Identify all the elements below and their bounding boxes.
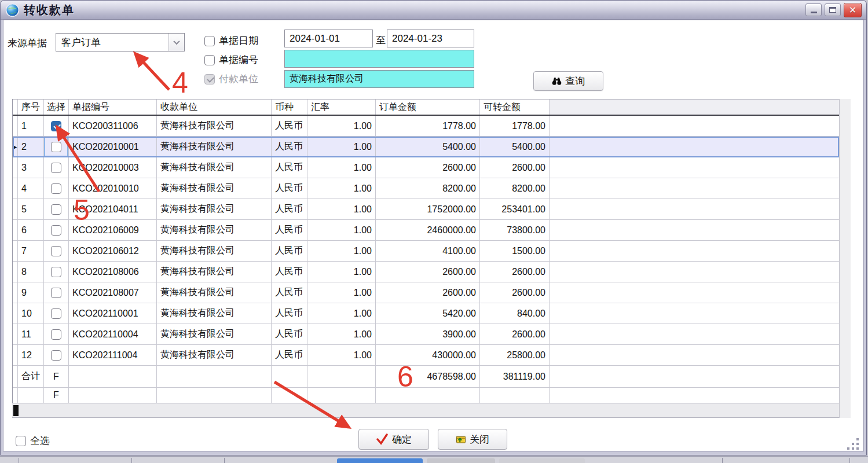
cell-transferable: 8200.00 [480, 178, 550, 199]
exit-folder-icon [456, 435, 466, 444]
cell-unit: 黄海科技有限公司 [157, 220, 272, 240]
table-row[interactable]: 4KCO202010010黄海科技有限公司人民币1.008200.008200.… [13, 178, 839, 199]
payer-checkbox[interactable] [204, 74, 215, 84]
cell-currency: 人民币 [272, 282, 307, 303]
cell-doc-no: KCO202110001 [69, 303, 157, 324]
minimize-button[interactable] [805, 3, 822, 16]
taskbar-strip [0, 456, 868, 463]
row-checkbox[interactable] [51, 267, 61, 277]
cell-rate: 1.00 [307, 282, 376, 303]
column-header[interactable]: 单据编号 [69, 100, 157, 115]
cell-doc-no: KCO202010003 [69, 157, 157, 178]
column-header[interactable]: 币种 [272, 100, 307, 115]
taskbar-divider [224, 458, 225, 463]
cell-filler [550, 137, 839, 157]
taskbar-divider [19, 458, 19, 463]
cell-select [44, 157, 69, 178]
horizontal-scrollbar[interactable] [12, 403, 839, 418]
row-indicator: ▶ [13, 137, 18, 157]
cell-rate: 1.00 [307, 157, 376, 178]
source-doc-value: 客户订单 [56, 36, 169, 49]
taskbar-divider [722, 458, 723, 463]
cell-doc-no: KCO202108007 [69, 282, 157, 303]
date-range-separator: 至 [376, 34, 386, 47]
row-checkbox[interactable] [51, 350, 61, 361]
cell-doc-no: KCO200311006 [69, 116, 157, 136]
close-icon: ✕ [849, 5, 856, 16]
row-checkbox[interactable] [51, 246, 61, 256]
cell-doc-no: KCO202108006 [69, 262, 157, 282]
taskbar-item-active[interactable] [337, 458, 423, 463]
table-row[interactable]: 8KCO202108006黄海科技有限公司人民币1.002600.002600.… [13, 262, 839, 282]
payer-input[interactable] [284, 70, 474, 88]
column-header[interactable]: 序号 [18, 100, 44, 115]
overflow-select-flag: F [44, 388, 69, 403]
resize-grip[interactable] [856, 438, 859, 440]
row-checkbox[interactable] [51, 308, 61, 319]
cell-currency: 人民币 [272, 345, 307, 365]
taskbar-item[interactable] [499, 458, 585, 463]
source-doc-dropdown[interactable]: 客户订单 [56, 33, 185, 52]
cell-order-amount [376, 388, 480, 403]
maximize-button[interactable] [825, 3, 841, 16]
column-header[interactable]: 订单金额 [376, 100, 480, 115]
column-header[interactable]: 汇率 [307, 100, 376, 115]
column-header[interactable]: 可转金额 [480, 100, 550, 115]
row-checkbox[interactable] [51, 163, 61, 173]
dialog-window: 转收款单 ✕ 来源单据 客户订单 单据日期 单据编号 付款单位 至 [0, 0, 867, 455]
table-row[interactable]: 11KCO202110004黄海科技有限公司人民币1.003900.002600… [13, 324, 839, 345]
cell-unit: 黄海科技有限公司 [157, 345, 272, 365]
cell-select [44, 241, 69, 261]
total-order-amount: 4678598.00 [376, 366, 480, 387]
chevron-down-icon [173, 38, 180, 45]
minimize-icon [811, 12, 817, 13]
table-row[interactable]: ▶2KCO202010001黄海科技有限公司人民币1.005400.005400… [13, 137, 839, 157]
close-button[interactable]: ✕ [844, 3, 862, 17]
doc-no-input[interactable] [284, 50, 474, 68]
ok-button[interactable]: 确定 [358, 429, 429, 450]
date-to-input[interactable] [387, 30, 474, 47]
cell-currency: 人民币 [272, 262, 307, 282]
cell-select [44, 282, 69, 303]
cell-transferable: 840.00 [480, 303, 550, 324]
doc-date-checkbox[interactable] [204, 36, 215, 46]
table-row[interactable]: 7KCO202106012黄海科技有限公司人民币1.004100.001500.… [13, 241, 839, 262]
row-checkbox[interactable] [51, 121, 61, 131]
row-checkbox[interactable] [51, 288, 61, 298]
table-row[interactable]: 12KCO202111004黄海科技有限公司人民币1.00430000.0025… [13, 345, 839, 366]
table-row[interactable]: 3KCO202010003黄海科技有限公司人民币1.002600.002600.… [13, 157, 839, 178]
table-row[interactable]: 5KCO202104011黄海科技有限公司人民币1.001752000.0025… [13, 199, 839, 220]
doc-no-checkbox[interactable] [204, 55, 215, 65]
cell-rate: 1.00 [307, 241, 376, 261]
table-row[interactable]: 1KCO200311006黄海科技有限公司人民币1.001778.001778.… [13, 116, 839, 137]
date-from-input[interactable] [284, 30, 373, 47]
row-checkbox[interactable] [51, 225, 61, 236]
taskbar-item[interactable] [427, 458, 495, 463]
row-checkbox[interactable] [51, 183, 61, 194]
query-button[interactable]: 查询 [533, 71, 603, 91]
cell-currency: 人民币 [272, 324, 307, 344]
table-row[interactable]: 6KCO202106009黄海科技有限公司人民币1.002460000.0073… [13, 220, 839, 241]
cell-unit: 黄海科技有限公司 [157, 241, 272, 261]
cell-order-amount: 2460000.00 [376, 220, 480, 240]
vertical-scrollbar[interactable] [839, 99, 851, 418]
horizontal-scrollbar-thumb[interactable] [13, 405, 19, 416]
cell-transferable: 73800.00 [480, 220, 550, 240]
table-row[interactable]: 10KCO202110001黄海科技有限公司人民币1.005420.00840.… [13, 303, 839, 324]
source-doc-label: 来源单据 [8, 36, 47, 50]
dialog-close-button[interactable]: 关闭 [438, 429, 507, 450]
row-checkbox[interactable] [51, 204, 61, 215]
cell-seq: 10 [18, 303, 44, 324]
column-header[interactable]: 选择 [44, 100, 69, 115]
column-header[interactable]: 收款单位 [157, 100, 272, 115]
row-checkbox[interactable] [51, 329, 61, 340]
table-row[interactable]: 9KCO202108007黄海科技有限公司人民币1.002600.002600.… [13, 282, 839, 303]
cell-seq: 3 [18, 157, 44, 178]
cell-unit: 黄海科技有限公司 [157, 324, 272, 344]
cell-rate: 1.00 [307, 324, 376, 344]
row-checkbox[interactable] [51, 142, 61, 152]
filter-doc-date: 单据日期 [204, 34, 258, 47]
cell-select [44, 262, 69, 282]
select-all-checkbox[interactable] [16, 436, 26, 446]
dropdown-button[interactable] [169, 34, 184, 51]
